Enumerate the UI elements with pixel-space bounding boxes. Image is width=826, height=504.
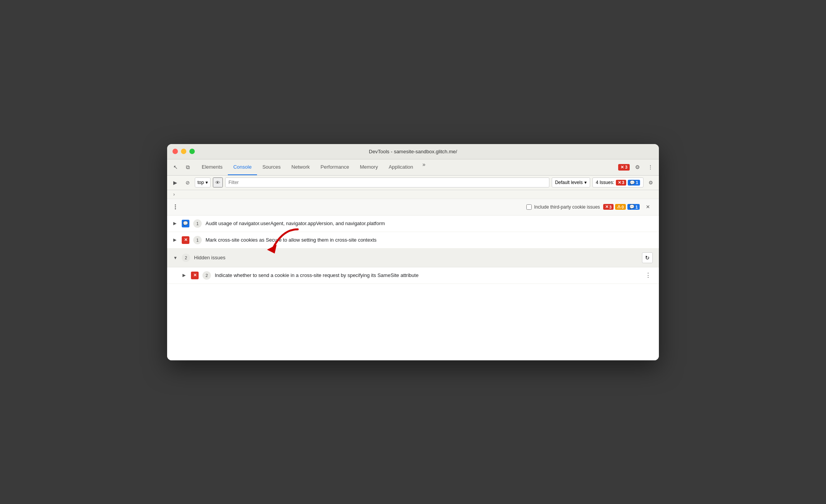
clear-console-button[interactable]: ▶ [170,177,180,187]
devtools-window: DevTools - samesite-sandbox.glitch.me/ ↖… [167,144,659,360]
nested-issue-row-samesite[interactable]: ▶ ✕ 2 Indicate whether to send a cookie … [167,267,659,284]
tab-application[interactable]: Application [383,159,419,175]
dot2 [175,206,176,207]
traffic-lights [172,149,195,154]
close-button[interactable] [172,149,178,154]
dot1 [175,204,176,206]
chevron-down-icon: ▾ [584,180,587,185]
panel-warning-badge: ⚠ 0 [615,204,626,210]
log-levels-selector[interactable]: Default levels ▾ [552,177,590,187]
filter-input[interactable] [225,177,549,187]
eye-icon[interactable]: 👁 [213,177,223,187]
expand-icon[interactable]: ▶ [173,237,178,242]
issue-text: Mark cross-site cookies as Secure to all… [206,237,653,243]
devtools-tabs: Elements Console Sources Network Perform… [196,159,618,175]
info-icon: 💬 [629,204,635,209]
hidden-issues-section: ▼ 2 Hidden issues ↻ [167,249,659,267]
console-main: › Include third-party cookie issues [167,190,659,360]
expand-icon[interactable]: ▶ [173,221,178,226]
issue-text: Audit usage of navigator.userAgent, navi… [206,220,653,226]
close-panel-button[interactable]: ✕ [643,202,653,212]
warning-icon: ⚠ [617,204,621,209]
error-badge: ✕ 3 [618,164,630,171]
x-icon: ✕ [605,204,609,209]
console-toolbar: ▶ ⊘ top ▾ 👁 Default levels ▾ 4 Issues: ✕… [167,176,659,190]
chevron-down-icon: ▾ [206,180,208,185]
context-selector[interactable]: top ▾ [195,177,211,187]
issues-count-badge[interactable]: 4 Issues: ✕ 3 💬 1 [592,177,644,187]
tab-bar: ↖ ⧉ Elements Console Sources Network Per… [167,159,659,176]
error-count-badge: ✕ 3 [616,180,626,186]
minimize-button[interactable] [181,149,186,154]
third-party-checkbox-label[interactable]: Include third-party cookie issues [526,204,600,210]
issues-panel: Include third-party cookie issues ✕ 3 ⚠ … [167,199,659,360]
more-options-icon[interactable]: ⋮ [645,162,656,172]
tab-network[interactable]: Network [286,159,315,175]
tab-sources[interactable]: Sources [257,159,286,175]
hidden-issues-label: Hidden issues [194,255,226,260]
error-x-icon: ✕ [620,165,624,170]
breadcrumb-area: › [167,190,659,199]
breadcrumb-chevron-icon: › [173,192,175,197]
title-bar: DevTools - samesite-sandbox.glitch.me/ [167,144,659,159]
third-party-checkbox[interactable] [526,204,532,210]
issues-badge-group: ✕ 3 ⚠ 0 💬 1 [603,204,640,210]
dot3 [175,208,176,209]
settings-icon[interactable]: ⚙ [632,162,643,172]
tab-elements[interactable]: Elements [196,159,228,175]
tab-bar-right: ✕ 3 ⚙ ⋮ [618,162,656,172]
window-title: DevTools - samesite-sandbox.glitch.me/ [369,149,457,154]
info-icon: 💬 [182,220,189,227]
error-icon: ✕ [182,236,189,244]
x-icon: ✕ [618,180,621,185]
issue-count: 2 [202,271,211,280]
maximize-button[interactable] [189,149,195,154]
issue-text: Indicate whether to send a cookie in a c… [215,272,640,278]
error-icon: ✕ [191,272,199,279]
device-toolbar-icon[interactable]: ⧉ [182,162,193,172]
panel-info-badge: 💬 1 [627,204,640,210]
refresh-button[interactable]: ↻ [642,252,653,263]
issue-count: 1 [193,236,202,244]
issues-settings-icon[interactable]: ⚙ [646,177,656,187]
tab-memory[interactable]: Memory [355,159,383,175]
panel-error-badge: ✕ 3 [603,204,614,210]
more-options-button[interactable]: ⋮ [644,272,653,279]
more-tabs-button[interactable]: » [418,159,429,170]
issue-count: 1 [193,219,202,228]
issue-row-cookies[interactable]: ▶ ✕ 1 Mark cross-site cookies as Secure … [167,232,659,249]
issues-toolbar-right: Include third-party cookie issues ✕ 3 ⚠ … [526,202,653,212]
tab-bar-tools: ↖ ⧉ [170,162,193,172]
info-icon: 💬 [630,180,635,185]
collapse-icon[interactable]: ▼ [173,255,178,260]
issues-top-bar: Include third-party cookie issues ✕ 3 ⚠ … [167,199,659,216]
no-icon-button[interactable]: ⊘ [182,177,192,187]
tab-performance[interactable]: Performance [315,159,354,175]
hidden-count: 2 [182,254,190,262]
info-count-badge: 💬 1 [628,180,640,186]
tab-console[interactable]: Console [228,159,257,175]
issue-row-audit[interactable]: ▶ 💬 1 Audit usage of navigator.userAgent… [167,216,659,232]
three-dots-menu[interactable] [173,203,177,211]
cursor-icon[interactable]: ↖ [170,162,181,172]
expand-icon[interactable]: ▶ [182,273,187,278]
